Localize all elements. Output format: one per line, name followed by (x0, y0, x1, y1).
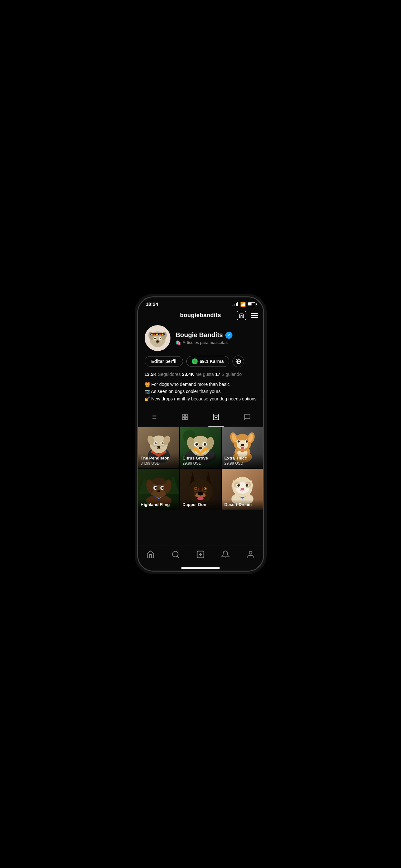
phone-inner: 18:24 📶 bougiebandits (138, 298, 263, 570)
product-thicc-price: 29,99 USD (224, 461, 260, 466)
profile-top: Bougie Bandits ✓ 🛍️ Artículos para masco… (145, 325, 257, 351)
svg-point-102 (196, 488, 196, 489)
product-citrus-price: 29,99 USD (182, 461, 219, 466)
svg-rect-27 (185, 417, 187, 420)
bio: 👑 For dogs who demand more than basic 📷 … (145, 381, 257, 402)
phone-frame: 18:24 📶 bougiebandits (137, 297, 264, 571)
product-highland-name: Highland Fling (141, 502, 177, 507)
wifi-icon: 📶 (240, 302, 246, 307)
svg-point-41 (152, 442, 157, 447)
svg-point-89 (157, 490, 160, 492)
product-citrus[interactable]: Citrus Grove 29,99 USD (180, 427, 221, 468)
profile-info: Bougie Bandits ✓ 🛍️ Artículos para masco… (176, 331, 257, 345)
status-time: 18:24 (146, 301, 158, 307)
svg-rect-25 (185, 414, 187, 416)
karma-button[interactable]: 🌿 69.1 Karma (186, 356, 229, 367)
svg-point-117 (247, 485, 247, 485)
list-icon (150, 413, 157, 422)
svg-rect-8 (161, 334, 163, 335)
bio-line-2: 📷 As seen on dogs cooler than yours (145, 388, 257, 395)
product-thicc-info: Extra Thicc 29,99 USD (222, 453, 263, 468)
tab-grid[interactable] (169, 409, 201, 427)
svg-rect-5 (153, 334, 155, 335)
svg-point-11 (154, 338, 156, 339)
product-pendleton[interactable]: The Pendleton 34,99 USD (138, 427, 180, 468)
svg-point-101 (204, 488, 206, 489)
followers-label: Seguidores (158, 372, 181, 377)
svg-point-88 (162, 487, 163, 488)
svg-point-118 (241, 488, 244, 491)
svg-point-74 (247, 441, 247, 441)
nav-notifications[interactable] (213, 548, 238, 561)
svg-point-86 (161, 487, 164, 489)
nav-profile[interactable] (238, 548, 263, 561)
karma-value: 69.1 Karma (199, 359, 224, 364)
svg-point-87 (156, 487, 156, 488)
profile-name: Bougie Bandits (176, 331, 223, 339)
nav-add[interactable] (188, 548, 213, 561)
menu-icon[interactable] (251, 313, 258, 318)
svg-rect-7 (159, 334, 161, 335)
product-highland-info: Highland Fling (138, 500, 180, 510)
following-count: 17 (215, 372, 220, 377)
nav-home[interactable] (138, 548, 163, 561)
tab-list[interactable] (138, 409, 169, 427)
svg-point-15 (156, 340, 159, 343)
globe-button[interactable] (233, 355, 244, 367)
product-highland[interactable]: Highland Fling (138, 469, 180, 510)
main-content: bougiebandits (138, 309, 263, 545)
product-grid: The Pendleton 34,99 USD (138, 427, 263, 510)
home-indicator (138, 567, 263, 570)
store-tab-icon (212, 413, 220, 422)
svg-point-104 (197, 492, 204, 496)
product-citrus-info: Citrus Grove 29,99 USD (180, 453, 221, 468)
product-dapper-info: Dapper Don (180, 500, 221, 510)
product-pendleton-info: The Pendleton 34,99 USD (138, 453, 180, 468)
store-header-icon[interactable] (237, 311, 246, 320)
product-thicc-name: Extra Thicc (224, 456, 260, 461)
likes-count: 23.4K (182, 372, 194, 377)
svg-point-12 (159, 338, 161, 339)
product-dapper[interactable]: Dapper Don (180, 469, 221, 510)
karma-icon: 🌿 (192, 359, 197, 364)
bio-line-3: 💅 New drops monthly because your dog nee… (145, 395, 257, 402)
followers-count: 13.5K (145, 372, 157, 377)
svg-point-56 (197, 444, 197, 445)
tab-store[interactable] (201, 409, 232, 427)
battery-icon (248, 302, 255, 306)
svg-point-72 (246, 440, 248, 443)
svg-point-115 (245, 484, 248, 487)
product-desert-name: Desert Dream (224, 502, 260, 507)
action-buttons: Editar perfil 🌿 69.1 Karma (145, 355, 257, 367)
svg-line-120 (177, 556, 179, 558)
nav-search[interactable] (163, 548, 188, 561)
svg-point-57 (205, 444, 206, 445)
stats-row: 13.5K Seguidores 23.4K Me gusta 17 Sigui… (145, 372, 257, 377)
avatar (145, 325, 171, 351)
product-desert[interactable]: Desert Dream (222, 469, 263, 510)
svg-point-42 (160, 442, 165, 447)
svg-point-124 (249, 551, 252, 554)
svg-point-85 (154, 487, 157, 489)
svg-rect-26 (182, 417, 184, 420)
likes-label: Me gusta (195, 372, 214, 377)
svg-point-76 (241, 446, 244, 449)
svg-point-82 (152, 477, 166, 485)
chat-icon (244, 413, 251, 422)
svg-rect-4 (151, 334, 153, 335)
tab-messages[interactable] (232, 409, 263, 427)
svg-point-40 (157, 446, 160, 448)
following-label: Siguiendo (221, 372, 242, 377)
product-pendleton-name: The Pendleton (141, 456, 177, 461)
svg-point-114 (237, 484, 240, 487)
edit-profile-button[interactable]: Editar perfil (145, 356, 183, 367)
profile-name-row: Bougie Bandits ✓ (176, 331, 257, 339)
category-icon: 🛍️ (176, 340, 181, 345)
svg-rect-24 (182, 414, 184, 416)
product-thicc[interactable]: Extra Thicc 29,99 USD (222, 427, 263, 468)
svg-point-119 (173, 551, 178, 557)
svg-point-75 (241, 444, 244, 446)
header-actions (237, 311, 258, 320)
signal-icon (233, 302, 238, 306)
status-bar: 18:24 📶 (138, 298, 263, 309)
